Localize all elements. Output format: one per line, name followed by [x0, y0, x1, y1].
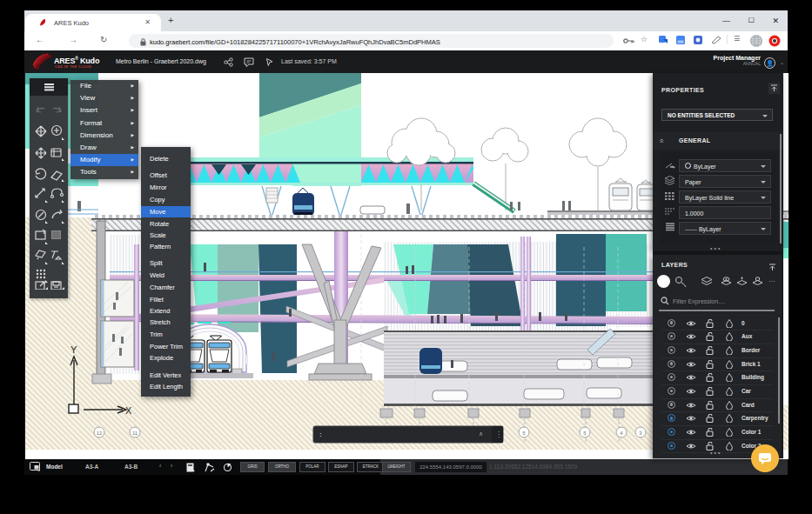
svg-text:X: X [125, 405, 132, 416]
svg-text:∧: ∧ [479, 431, 483, 437]
svg-text:12: 12 [97, 431, 103, 436]
svg-text:⋮: ⋮ [495, 431, 502, 438]
svg-text::: : [319, 431, 323, 438]
svg-text:11: 11 [132, 431, 138, 436]
svg-text:Y: Y [70, 344, 77, 355]
